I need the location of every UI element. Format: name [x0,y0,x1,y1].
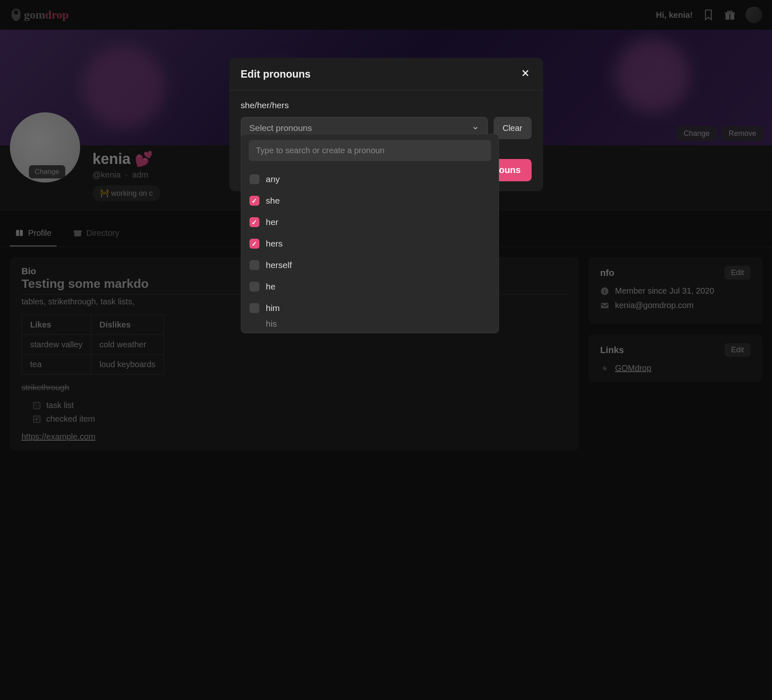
chevron-down-icon [472,124,479,132]
dropdown-list[interactable]: any she her hers herself [241,167,499,333]
current-pronouns: she/her/hers [241,100,532,110]
pronoun-option-any[interactable]: any [249,168,491,190]
checkbox-checked-icon [249,239,259,249]
checkbox-icon [249,174,259,184]
edit-pronouns-modal: Edit pronouns she/her/hers Select pronou… [229,58,543,191]
option-label: she [266,196,280,206]
option-label: him [266,303,280,313]
option-label: he [266,282,276,292]
pronouns-dropdown: any she her hers herself [241,134,499,333]
modal-header: Edit pronouns [229,58,543,90]
clear-button[interactable]: Clear [494,117,532,139]
checkbox-icon [249,260,259,270]
pronoun-option-herself[interactable]: herself [249,254,491,276]
pronoun-option-hers[interactable]: hers [249,233,491,254]
pronoun-option-him[interactable]: him [249,297,491,319]
pronoun-option-she[interactable]: she [249,190,491,211]
pronoun-option-partial[interactable]: his [249,319,491,329]
option-label: hers [266,239,283,249]
modal-overlay[interactable]: Edit pronouns she/her/hers Select pronou… [0,0,772,460]
checkbox-icon [249,303,259,313]
checkbox-icon [249,282,259,292]
option-label: any [266,174,280,184]
checkbox-checked-icon [249,196,259,206]
select-placeholder: Select pronouns [249,123,312,133]
pronoun-option-her[interactable]: her [249,211,491,233]
option-label: her [266,217,278,227]
pronoun-search-input[interactable] [249,140,491,161]
modal-title: Edit pronouns [241,68,311,80]
option-label: herself [266,260,292,270]
close-icon [521,69,530,78]
close-button[interactable] [519,68,532,80]
checkbox-checked-icon [249,217,259,227]
pronoun-option-he[interactable]: he [249,276,491,297]
